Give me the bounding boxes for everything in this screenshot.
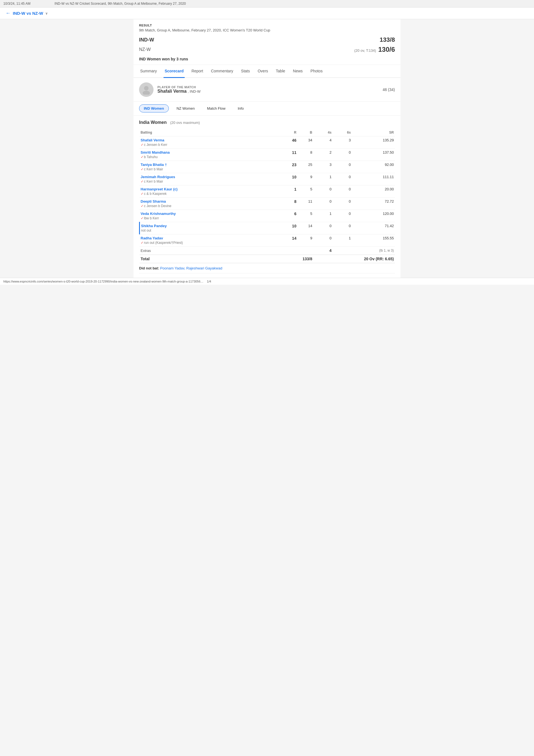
batter-runs: 11 <box>281 148 297 161</box>
dismissal-icon: ✓ <box>141 167 143 171</box>
batter-runs: 23 <box>281 161 297 173</box>
table-row: Jemimah Rodrigues ✓c Kerr b Mair 10 9 1 … <box>140 173 395 185</box>
status-url[interactable]: https://www.espncricinfo.com/series/wome… <box>3 280 204 283</box>
batter-name[interactable]: Taniya Bhatia † <box>141 163 280 167</box>
batter-balls: 11 <box>297 198 314 210</box>
browser-page-title: IND-W vs NZ-W Cricket Scorecard, 9th Mat… <box>55 2 186 6</box>
batter-sr: 137.50 <box>352 148 395 161</box>
batter-4s: 0 <box>314 222 333 234</box>
player-cell: Deepti Sharma ✓c Jensen b Devine <box>140 198 281 210</box>
batter-name[interactable]: Radha Yadav <box>141 236 280 240</box>
sub-tab-nz-women[interactable]: NZ Women <box>172 105 199 112</box>
svg-point-1 <box>143 91 150 94</box>
batter-balls: 25 <box>297 161 314 173</box>
col-b: B <box>297 129 314 136</box>
batter-4s: 3 <box>314 161 333 173</box>
tab-table[interactable]: Table <box>275 65 286 78</box>
browser-timestamp: 10/3/24, 11:45 AM <box>3 2 30 6</box>
total-score-cell: 133/8 <box>281 255 314 263</box>
sub-tab-match-flow[interactable]: Match Flow <box>202 105 230 112</box>
tab-stats[interactable]: Stats <box>240 65 251 78</box>
batter-name[interactable]: Harmanpreet Kaur (c) <box>141 187 280 191</box>
team2-score-wrapper: (20 ov, T:134) 130/6 <box>354 46 395 53</box>
batter-4s: 2 <box>314 148 333 161</box>
tab-report[interactable]: Report <box>190 65 204 78</box>
batter-6s: 0 <box>333 148 352 161</box>
total-row: Total 133/8 20 Ov (RR: 6.65) <box>140 255 395 263</box>
batter-sr: 135.29 <box>352 136 395 148</box>
batter-dismissal: ✓c Kerr b Mair <box>141 167 280 171</box>
dnb-players[interactable]: Poonam Yadav, Rajeshwari Gayakwad <box>160 266 222 270</box>
table-row: Harmanpreet Kaur (c) ✓c & b Kasperek 1 5… <box>140 185 395 198</box>
player-cell: Smriti Mandhana ✓b Tahuhu <box>140 148 281 161</box>
tab-photos[interactable]: Photos <box>309 65 324 78</box>
player-cell: Shafali Verma ✓c Jensen b Kerr <box>140 136 281 148</box>
dropdown-arrow[interactable]: ∨ <box>45 12 48 15</box>
batter-runs: 46 <box>281 136 297 148</box>
sub-tab-info[interactable]: Info <box>233 105 248 112</box>
match-info: 9th Match, Group A, Melbourne, February … <box>139 28 395 32</box>
batter-6s: 0 <box>333 210 352 222</box>
team1-score-row: IND-W 133/8 <box>139 35 395 44</box>
potm-label: PLAYER OF THE MATCH <box>157 86 379 89</box>
tab-scorecard[interactable]: Scorecard <box>164 65 185 78</box>
col-batting: Batting <box>140 129 281 136</box>
total-label: Total <box>141 256 150 261</box>
batter-balls: 14 <box>297 222 314 234</box>
player-avatar <box>139 82 154 97</box>
batter-dismissal: ✓c Jensen b Devine <box>141 204 280 208</box>
col-4s: 4s <box>314 129 333 136</box>
potm-team: , IND-W <box>188 89 200 94</box>
batter-name[interactable]: Deepti Sharma <box>141 199 280 203</box>
total-label-cell: Total <box>140 255 281 263</box>
team1-name[interactable]: IND-W <box>139 37 154 43</box>
batter-sr: 72.72 <box>352 198 395 210</box>
batter-name[interactable]: Smriti Mandhana <box>141 150 280 154</box>
total-detail-cell: 20 Ov (RR: 6.65) <box>314 255 395 263</box>
dismissal-icon: ✓ <box>141 155 143 159</box>
batter-name[interactable]: Shikha Pandey <box>141 224 280 228</box>
potm-name[interactable]: Shafali Verma <box>157 89 187 94</box>
table-row: Smriti Mandhana ✓b Tahuhu 11 8 2 0 137.5… <box>140 148 395 161</box>
batter-name[interactable]: Shafali Verma <box>141 138 280 142</box>
extras-detail: (lb 1, w 3) <box>379 249 394 253</box>
player-cell: Jemimah Rodrigues ✓c Kerr b Mair <box>140 173 281 185</box>
batter-sr: 120.00 <box>352 210 395 222</box>
batting-header-row: Batting R B 4s 6s SR <box>140 129 395 136</box>
dismissal-icon: ✓ <box>141 143 143 147</box>
batter-runs: 10 <box>281 173 297 185</box>
player-cell: Taniya Bhatia † ✓c Kerr b Mair <box>140 161 281 173</box>
match-title-link[interactable]: IND-W vs NZ-W <box>13 11 43 15</box>
batter-runs: 10 <box>281 222 297 234</box>
tab-overs[interactable]: Overs <box>256 65 269 78</box>
batter-6s: 3 <box>333 136 352 148</box>
dismissal-icon: ✓ <box>141 204 143 208</box>
table-row: Shafali Verma ✓c Jensen b Kerr 46 34 4 3… <box>140 136 395 148</box>
player-info: PLAYER OF THE MATCH Shafali Verma , IND-… <box>157 86 379 94</box>
tab-summary[interactable]: Summary <box>139 65 158 78</box>
dismissal-icon: ✓ <box>141 192 143 196</box>
batter-balls: 8 <box>297 148 314 161</box>
batter-4s: 0 <box>314 198 333 210</box>
team2-name[interactable]: NZ-W <box>139 47 151 52</box>
batter-6s: 0 <box>333 161 352 173</box>
batter-dismissal: ✓c & b Kasperek <box>141 192 280 196</box>
batter-balls: 9 <box>297 234 314 247</box>
batter-runs: 6 <box>281 210 297 222</box>
sub-tab-ind-women[interactable]: IND Women <box>139 104 169 113</box>
tab-commentary[interactable]: Commentary <box>210 65 234 78</box>
scorecard-section: India Women (20 ovs maximum) Batting R B… <box>134 116 400 278</box>
batter-name[interactable]: Veda Krishnamurthy <box>141 211 280 216</box>
batter-runs: 1 <box>281 185 297 198</box>
tab-news[interactable]: News <box>292 65 304 78</box>
player-cell: Veda Krishnamurthy ✓lbw b Kerr <box>140 210 281 222</box>
total-score: 133/8 <box>303 256 312 261</box>
batter-4s: 0 <box>314 185 333 198</box>
table-row: Shikha Pandey not out 10 14 0 0 71.42 <box>140 222 395 234</box>
dnb-label: Did not bat: <box>139 266 159 270</box>
batter-name[interactable]: Jemimah Rodrigues <box>141 175 280 179</box>
back-button[interactable]: ← <box>6 10 11 16</box>
batter-sr: 111.11 <box>352 173 395 185</box>
player-of-match: PLAYER OF THE MATCH Shafali Verma , IND-… <box>134 78 400 102</box>
extras-row: Extras 4 (lb 1, w 3) <box>140 247 395 255</box>
